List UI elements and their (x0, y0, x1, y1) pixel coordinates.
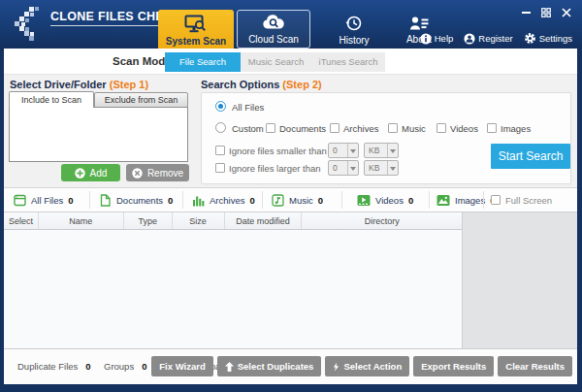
tab-music-search[interactable]: Music Search (241, 52, 311, 72)
fix-wizard-button[interactable]: Fix Wizard (151, 356, 212, 376)
counter-videos[interactable]: Videos 0 (357, 188, 413, 212)
dropdown-caret-icon (347, 144, 358, 157)
drive-panel-title: Select Drive/Folder (Step 1) (10, 79, 148, 90)
videos-checkbox[interactable] (436, 123, 446, 133)
counter-images[interactable]: Images 0 (436, 188, 495, 212)
counter-label: Images (455, 195, 485, 206)
search-options-step: (Step 2) (282, 79, 321, 90)
remove-circle-icon (132, 168, 143, 179)
counter-count: 0 (68, 195, 73, 206)
music-checkbox[interactable] (388, 123, 398, 133)
select-duplicates-button[interactable]: Select Duplicates (217, 356, 322, 376)
ignore-smaller-checkbox[interactable] (215, 146, 225, 155)
action-buttons: Fix Wizard Select Duplicates Select Acti… (151, 356, 572, 376)
search-options-title-text: Search Options (201, 79, 279, 90)
maximize-icon (541, 8, 551, 17)
tab-system-scan[interactable]: System Scan (158, 10, 234, 50)
tab-file-search[interactable]: File Search (165, 52, 241, 72)
start-search-button[interactable]: Start Search (491, 144, 570, 169)
counter-music[interactable]: Music 0 (272, 188, 323, 212)
full-screen-checkbox-box (491, 195, 501, 205)
archives-bars-icon (192, 194, 205, 207)
all-files-radio-label: All Files (232, 102, 264, 113)
select-action-button[interactable]: Select Action (325, 356, 409, 376)
register-link[interactable]: Register (464, 32, 512, 45)
column-type[interactable]: Type (124, 212, 173, 229)
counter-documents[interactable]: Documents 0 (99, 188, 173, 212)
fix-wizard-label: Fix Wizard (159, 361, 205, 372)
larger-size-dropdown[interactable]: 0 (328, 160, 359, 176)
minimize-icon (522, 12, 531, 14)
column-select[interactable]: Select (4, 212, 39, 229)
divider (341, 191, 342, 209)
full-screen-checkbox[interactable]: Full Screen (491, 188, 552, 212)
export-results-button[interactable]: Export Results (413, 356, 494, 376)
images-checkbox[interactable] (487, 123, 497, 133)
video-play-icon (357, 194, 371, 207)
monitor-search-icon (184, 15, 208, 33)
images-checkbox-label: Images (501, 123, 531, 134)
tab-exclude-from-scan[interactable]: Exclude from Scan (94, 92, 188, 108)
documents-checkbox-label: Documents (279, 123, 326, 134)
dropdown-caret-icon (347, 161, 358, 175)
app-window: CLONE FILES CHECKER by SORCIM (0, 0, 582, 392)
results-table-header: Select Name Type Size Date modified Dire… (4, 212, 462, 230)
add-button[interactable]: Add (61, 164, 120, 181)
divider (262, 191, 263, 209)
column-date-modified[interactable]: Date modified (225, 212, 303, 229)
search-options-box: All Files Custom Documents Archives Musi… (201, 92, 571, 184)
tab-include-to-scan[interactable]: Include to Scan (9, 91, 94, 108)
drive-panel-step: (Step 1) (110, 79, 148, 90)
lightning-icon (333, 362, 340, 372)
settings-link[interactable]: Settings (524, 32, 572, 45)
smaller-unit-dropdown[interactable]: KB (364, 143, 399, 158)
main-panels: Select Drive/Folder (Step 1) Include to … (4, 75, 577, 187)
counter-label: Archives (210, 195, 244, 206)
ignore-larger-checkbox[interactable] (215, 163, 225, 173)
tab-system-scan-label: System Scan (166, 36, 226, 47)
counter-archives[interactable]: Archives 0 (192, 188, 255, 212)
column-directory[interactable]: Directory (302, 212, 462, 229)
counter-count: 0 (318, 195, 323, 206)
smaller-size-value: 0 (329, 146, 347, 155)
tab-itunes-search[interactable]: iTunes Search (311, 52, 385, 72)
smaller-size-dropdown[interactable]: 0 (328, 143, 359, 158)
add-button-label: Add (90, 168, 108, 179)
larger-unit-dropdown[interactable]: KB (364, 160, 399, 176)
remove-button[interactable]: Remove (126, 164, 189, 181)
window-controls (520, 7, 572, 18)
add-circle-icon (75, 168, 85, 179)
help-info-icon (420, 33, 432, 45)
scan-mode-bar: Scan Mode File Search Music Search iTune… (4, 49, 577, 75)
clear-results-button[interactable]: Clear Results (498, 356, 572, 376)
ignore-smaller-label: Ignore files smaller than (229, 146, 327, 156)
divider (89, 191, 90, 209)
status-bar: Duplicate Files0 Groups0 Wasted Space0 B… (4, 348, 577, 384)
results-table-body[interactable] (4, 230, 462, 348)
archives-checkbox[interactable] (330, 123, 340, 133)
tab-history-label: History (339, 35, 369, 46)
all-files-radio[interactable] (215, 101, 226, 112)
column-size[interactable]: Size (173, 212, 225, 229)
music-note-icon (272, 194, 284, 207)
close-icon (562, 8, 571, 17)
divider (483, 191, 484, 209)
custom-radio[interactable] (215, 122, 226, 133)
music-checkbox-label: Music (402, 123, 426, 134)
counter-label: Music (289, 195, 313, 206)
close-button[interactable] (561, 7, 572, 18)
settings-link-label: Settings (539, 33, 572, 44)
select-duplicates-label: Select Duplicates (238, 361, 314, 372)
custom-radio-label: Custom (232, 123, 264, 134)
tab-cloud-scan[interactable]: Cloud Scan (237, 10, 310, 49)
counter-all-files[interactable]: All Files 0 (14, 188, 74, 212)
documents-checkbox[interactable] (266, 123, 275, 133)
archives-checkbox-label: Archives (343, 123, 378, 134)
help-link[interactable]: Help (420, 32, 454, 45)
minimize-button[interactable] (520, 7, 532, 18)
remove-button-label: Remove (147, 168, 183, 179)
column-name[interactable]: Name (39, 212, 124, 229)
maximize-button[interactable] (540, 7, 552, 18)
tab-history[interactable]: History (320, 12, 388, 49)
scan-folder-list[interactable] (9, 107, 188, 162)
